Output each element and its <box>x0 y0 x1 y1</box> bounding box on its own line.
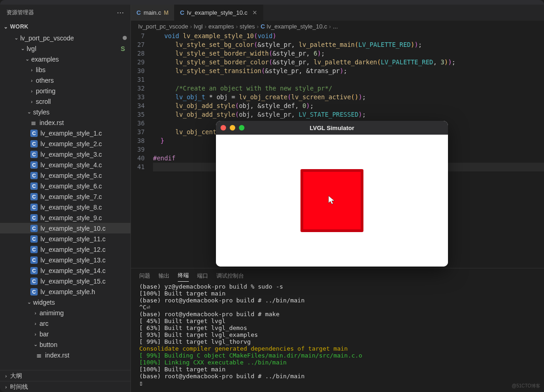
close-icon[interactable]: ✕ <box>252 9 257 16</box>
minimize-window-icon[interactable] <box>230 125 235 131</box>
folder-libs[interactable]: ›libs <box>0 64 130 75</box>
panel-tabs: 问题 输出 终端 端口 调试控制台 <box>131 268 544 283</box>
c-file-icon: C <box>30 235 38 243</box>
chevron-right-icon: › <box>3 384 9 390</box>
c-file-icon: C <box>30 172 38 179</box>
folder-bar[interactable]: ›bar <box>0 329 130 339</box>
close-window-icon[interactable] <box>221 125 226 131</box>
folder-others[interactable]: ›others <box>0 75 130 85</box>
file-style-9[interactable]: Clv_example_style_9.c <box>0 212 130 223</box>
breadcrumb[interactable]: lv_port_pc_vscode› lvgl› examples› style… <box>131 21 544 32</box>
lvgl-object[interactable] <box>300 169 363 232</box>
line-numbers: 7 27 28 29 30 31 32 33 34 35 36 37 38 39… <box>131 32 153 268</box>
outline-section[interactable]: ›大纲 <box>0 370 130 381</box>
c-file-icon: C <box>30 130 38 137</box>
file-style-15[interactable]: Clv_example_style_15.c <box>0 276 130 286</box>
file-style-7[interactable]: Clv_example_style_7.c <box>0 191 130 202</box>
file-style-8[interactable]: Clv_example_style_8.c <box>0 202 130 212</box>
tab-style-10[interactable]: C lv_example_style_10.c ✕ <box>175 5 263 21</box>
folder-animimg[interactable]: ›animimg <box>0 307 130 318</box>
c-file-icon: C <box>30 182 38 190</box>
terminal-output[interactable]: (base) yz@ydemacbook-pro build % sudo -s… <box>131 283 544 392</box>
chevron-down-icon: ⌄ <box>24 56 30 62</box>
c-file-icon: C <box>30 151 38 158</box>
c-file-icon: C <box>30 288 38 295</box>
work-section[interactable]: ⌄ WORK <box>0 21 130 33</box>
file-style-3[interactable]: Clv_example_style_3.c <box>0 149 130 159</box>
cursor-icon <box>328 195 336 208</box>
file-tree: ⌄ lv_port_pc_vscode ⌄ lvgl S ⌄ examples … <box>0 33 130 370</box>
file-style-14[interactable]: Clv_example_style_14.c <box>0 265 130 276</box>
chevron-down-icon: ⌄ <box>13 35 19 41</box>
tab-main-c[interactable]: C main.c M <box>131 5 175 21</box>
file-style-6[interactable]: Clv_example_style_6.c <box>0 181 130 191</box>
c-file-icon: C <box>30 278 38 285</box>
chevron-right-icon: › <box>28 78 35 83</box>
c-file-icon: C <box>136 9 141 16</box>
simulator-title: LVGL Simulator <box>216 125 448 131</box>
tab-ports[interactable]: 端口 <box>197 270 208 282</box>
c-file-icon: C <box>30 256 38 264</box>
c-file-icon: C <box>30 140 38 148</box>
folder-examples[interactable]: ⌄ examples <box>0 54 130 64</box>
text-file-icon: ≣ <box>30 119 37 126</box>
explorer-title: 资源管理器 <box>6 9 34 17</box>
folder-project[interactable]: ⌄ lv_port_pc_vscode <box>0 33 130 43</box>
file-index-rst[interactable]: ≣index.rst <box>0 117 130 128</box>
folder-arc[interactable]: ›arc <box>0 318 130 329</box>
modified-indicator: M <box>164 10 169 16</box>
c-file-icon: C <box>261 23 265 30</box>
chevron-right-icon: › <box>28 99 35 104</box>
simulator-canvas[interactable] <box>216 135 448 267</box>
c-file-icon: C <box>30 161 38 169</box>
file-style-10[interactable]: Clv_example_style_10.c <box>0 223 130 233</box>
watermark: @51CTO博客 <box>512 383 540 389</box>
sidebar: 资源管理器 ⋯ ⌄ WORK ⌄ lv_port_pc_vscode ⌄ lvg… <box>0 5 131 392</box>
chevron-down-icon: ⌄ <box>32 341 39 347</box>
file-style-13[interactable]: Clv_example_style_13.c <box>0 255 130 265</box>
more-icon[interactable]: ⋯ <box>117 8 124 17</box>
folder-button[interactable]: ⌄button <box>0 339 130 350</box>
chevron-down-icon: ⌄ <box>19 45 26 51</box>
chevron-right-icon: › <box>32 310 39 316</box>
chevron-down-icon: ⌄ <box>3 24 9 30</box>
folder-widgets[interactable]: ⌄widgets <box>0 297 130 307</box>
maximize-window-icon[interactable] <box>239 125 244 131</box>
tab-problems[interactable]: 问题 <box>139 270 150 282</box>
tab-output[interactable]: 输出 <box>159 270 170 282</box>
chevron-down-icon: ⌄ <box>26 109 32 115</box>
chevron-right-icon: › <box>32 331 39 337</box>
file-style-h[interactable]: Clv_example_style.h <box>0 286 130 297</box>
file-style-1[interactable]: Clv_example_style_1.c <box>0 128 130 138</box>
simulator-window[interactable]: LVGL Simulator <box>216 121 448 267</box>
c-file-icon: C <box>30 267 38 274</box>
c-file-icon: C <box>30 193 38 200</box>
c-file-icon: C <box>30 204 38 211</box>
folder-porting[interactable]: ›porting <box>0 85 130 96</box>
c-file-icon: C <box>30 214 38 222</box>
git-status: S <box>121 45 127 52</box>
folder-scroll[interactable]: ›scroll <box>0 96 130 107</box>
folder-styles[interactable]: ⌄styles <box>0 107 130 117</box>
modified-badge <box>123 36 127 40</box>
folder-lvgl[interactable]: ⌄ lvgl S <box>0 43 130 54</box>
file-style-12[interactable]: Clv_example_style_12.c <box>0 244 130 255</box>
file-button-index[interactable]: ≣index.rst <box>0 350 130 360</box>
bottom-panel: 问题 输出 终端 端口 调试控制台 (base) yz@ydemacbook-p… <box>131 268 544 392</box>
chevron-right-icon: › <box>32 321 39 326</box>
text-file-icon: ≣ <box>36 352 42 359</box>
file-style-5[interactable]: Clv_example_style_5.c <box>0 170 130 181</box>
simulator-titlebar[interactable]: LVGL Simulator <box>216 121 448 135</box>
c-file-icon: C <box>30 246 38 253</box>
file-style-11[interactable]: Clv_example_style_11.c <box>0 233 130 244</box>
chevron-down-icon: ⌄ <box>26 299 32 305</box>
file-style-2[interactable]: Clv_example_style_2.c <box>0 138 130 149</box>
file-style-4[interactable]: Clv_example_style_4.c <box>0 159 130 170</box>
timeline-section[interactable]: ›时间线 <box>0 381 130 392</box>
tab-debug[interactable]: 调试控制台 <box>216 270 244 282</box>
c-file-icon: C <box>30 225 38 232</box>
chevron-right-icon: › <box>3 373 9 379</box>
chevron-right-icon: › <box>28 88 35 94</box>
tab-terminal[interactable]: 终端 <box>178 270 189 282</box>
editor-tabs: C main.c M C lv_example_style_10.c ✕ <box>131 5 544 21</box>
